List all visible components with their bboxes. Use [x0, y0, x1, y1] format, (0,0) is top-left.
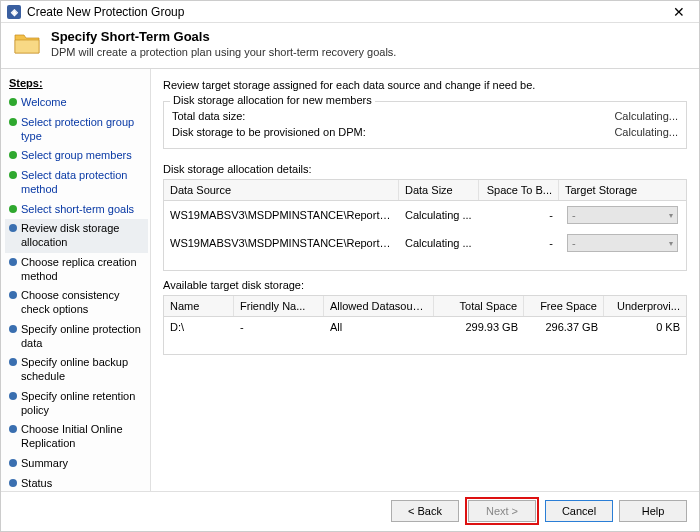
cell-data-source: WS19MABSV3\MSDPMINSTANCE\ReportServe...: [164, 205, 399, 225]
total-size-label: Total data size:: [172, 110, 245, 122]
target-storage-select[interactable]: -▾: [567, 206, 678, 224]
next-button[interactable]: Next >: [468, 500, 536, 522]
step-bullet-icon: [9, 291, 17, 299]
step-bullet-icon: [9, 224, 17, 232]
chevron-down-icon: ▾: [669, 239, 673, 248]
step-item[interactable]: Select short-term goals: [5, 200, 148, 220]
step-label: Choose consistency check options: [21, 289, 144, 317]
step-label: Choose Initial Online Replication: [21, 423, 144, 451]
step-item: Choose consistency check options: [5, 286, 148, 320]
avail-grid-header[interactable]: Name Friendly Na... Allowed Datasourc...…: [164, 296, 686, 317]
step-item: Review disk storage allocation: [5, 219, 148, 253]
step-label: Select protection group type: [21, 116, 144, 144]
app-icon: ◈: [7, 5, 21, 19]
cell-under: 0 KB: [604, 317, 686, 337]
step-bullet-icon: [9, 171, 17, 179]
main-panel: Review target storage assigned for each …: [151, 69, 699, 491]
col-target-storage[interactable]: Target Storage: [559, 180, 686, 200]
step-bullet-icon: [9, 258, 17, 266]
cell-friendly: -: [234, 317, 324, 337]
alloc-grid-header[interactable]: Data Source Data Size Space To B... Targ…: [164, 180, 686, 201]
wizard-header: Specify Short-Term Goals DPM will create…: [1, 23, 699, 69]
page-title: Specify Short-Term Goals: [51, 29, 396, 44]
step-bullet-icon: [9, 459, 17, 467]
step-item: Choose replica creation method: [5, 253, 148, 287]
step-bullet-icon: [9, 118, 17, 126]
step-bullet-icon: [9, 479, 17, 487]
window-title: Create New Protection Group: [27, 5, 665, 19]
step-item: Summary: [5, 454, 148, 474]
step-label: Select short-term goals: [21, 203, 144, 217]
provisioned-label: Disk storage to be provisioned on DPM:: [172, 126, 366, 138]
steps-sidebar: Steps: WelcomeSelect protection group ty…: [1, 69, 151, 491]
step-bullet-icon: [9, 425, 17, 433]
col-free-space[interactable]: Free Space: [524, 296, 604, 316]
next-highlight: Next >: [465, 497, 539, 525]
step-item: Specify online retention policy: [5, 387, 148, 421]
step-label: Specify online protection data: [21, 323, 144, 351]
step-bullet-icon: [9, 325, 17, 333]
step-item[interactable]: Select data protection method: [5, 166, 148, 200]
help-button[interactable]: Help: [619, 500, 687, 522]
step-label: Select group members: [21, 149, 144, 163]
total-size-value: Calculating...: [614, 110, 678, 122]
title-bar: ◈ Create New Protection Group ✕: [1, 1, 699, 23]
step-label: Welcome: [21, 96, 144, 110]
cell-space: -: [479, 205, 559, 225]
col-total-space[interactable]: Total Space: [434, 296, 524, 316]
step-label: Select data protection method: [21, 169, 144, 197]
col-allowed[interactable]: Allowed Datasourc...: [324, 296, 434, 316]
cell-space: -: [479, 233, 559, 253]
chevron-down-icon: ▾: [669, 211, 673, 220]
instruction-text: Review target storage assigned for each …: [163, 79, 687, 91]
col-space-to-be[interactable]: Space To B...: [479, 180, 559, 200]
cancel-button[interactable]: Cancel: [545, 500, 613, 522]
cell-name: D:\: [164, 317, 234, 337]
target-storage-select[interactable]: -▾: [567, 234, 678, 252]
step-label: Review disk storage allocation: [21, 222, 144, 250]
new-members-group: Disk storage allocation for new members …: [163, 101, 687, 149]
avail-label: Available target disk storage:: [163, 279, 687, 291]
step-item: Specify online backup schedule: [5, 353, 148, 387]
cell-target: -▾: [559, 229, 686, 257]
table-row[interactable]: WS19MABSV3\MSDPMINSTANCE\ReportServe...C…: [164, 229, 686, 257]
step-label: Summary: [21, 457, 144, 471]
step-label: Choose replica creation method: [21, 256, 144, 284]
col-data-source[interactable]: Data Source: [164, 180, 399, 200]
step-item[interactable]: Select group members: [5, 146, 148, 166]
step-item: Status: [5, 474, 148, 494]
alloc-grid: Data Source Data Size Space To B... Targ…: [163, 179, 687, 271]
step-item: Choose Initial Online Replication: [5, 420, 148, 454]
cell-free: 296.37 GB: [524, 317, 604, 337]
table-row[interactable]: D:\-All299.93 GB296.37 GB0 KB: [164, 317, 686, 337]
col-name[interactable]: Name: [164, 296, 234, 316]
step-item[interactable]: Select protection group type: [5, 113, 148, 147]
step-item: Specify online protection data: [5, 320, 148, 354]
table-row[interactable]: WS19MABSV3\MSDPMINSTANCE\ReportServe...C…: [164, 201, 686, 229]
step-bullet-icon: [9, 151, 17, 159]
step-bullet-icon: [9, 392, 17, 400]
folder-icon: [13, 31, 41, 55]
cell-target: -▾: [559, 201, 686, 229]
back-button[interactable]: < Back: [391, 500, 459, 522]
col-data-size[interactable]: Data Size: [399, 180, 479, 200]
step-bullet-icon: [9, 358, 17, 366]
steps-heading: Steps:: [5, 75, 148, 93]
col-underprov[interactable]: Underprovi...: [604, 296, 686, 316]
col-friendly[interactable]: Friendly Na...: [234, 296, 324, 316]
cell-data-size: Calculating ...: [399, 205, 479, 225]
page-subtitle: DPM will create a protection plan using …: [51, 46, 396, 58]
cell-total: 299.93 GB: [434, 317, 524, 337]
wizard-footer: < Back Next > Cancel Help: [1, 491, 699, 529]
step-label: Specify online backup schedule: [21, 356, 144, 384]
close-button[interactable]: ✕: [665, 4, 693, 20]
step-bullet-icon: [9, 205, 17, 213]
group-legend: Disk storage allocation for new members: [170, 94, 375, 106]
cell-data-source: WS19MABSV3\MSDPMINSTANCE\ReportServe...: [164, 233, 399, 253]
step-label: Status: [21, 477, 144, 491]
cell-allowed: All: [324, 317, 434, 337]
avail-grid: Name Friendly Na... Allowed Datasourc...…: [163, 295, 687, 355]
step-label: Specify online retention policy: [21, 390, 144, 418]
step-item[interactable]: Welcome: [5, 93, 148, 113]
provisioned-value: Calculating...: [614, 126, 678, 138]
